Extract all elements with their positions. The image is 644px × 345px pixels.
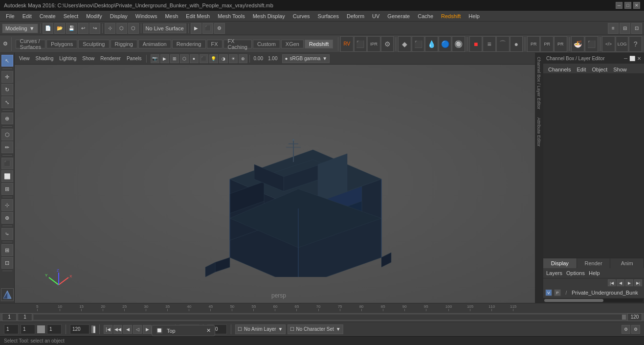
lasso-tool-button[interactable]: ⬡ (1, 129, 13, 140)
rotate-tool-button[interactable]: ↻ (1, 84, 13, 95)
shelf-icon-obj1[interactable]: 🍜 (571, 36, 584, 52)
shelf-tab-sculpting[interactable]: Sculpting (78, 40, 109, 48)
shelf-icon-code[interactable]: </> (602, 36, 615, 52)
menu-modify[interactable]: Modify (82, 12, 106, 20)
go-start-button[interactable]: |◀ (104, 325, 112, 334)
vi-anim[interactable]: ▶ (160, 54, 169, 63)
open-file-button[interactable]: 📂 (54, 23, 65, 34)
show-menu[interactable]: Show (80, 55, 97, 62)
anim-tab[interactable]: Anim (610, 258, 644, 268)
channel-box-button[interactable]: ≡ (608, 23, 619, 34)
menu-deform[interactable]: Deform (343, 12, 368, 20)
shelf-icon-ipr[interactable]: IPR (367, 36, 380, 52)
new-file-button[interactable]: 📄 (43, 23, 53, 34)
menu-help[interactable]: Help (465, 12, 484, 20)
menu-windows[interactable]: Windows (132, 12, 161, 20)
redo-button[interactable]: ↪ (89, 23, 100, 34)
vi-grid[interactable]: ⊞ (170, 54, 179, 63)
move-tool-button[interactable]: ✛ (1, 71, 13, 83)
menu-mesh[interactable]: Mesh (161, 12, 182, 20)
help-menu-rp[interactable]: Help (589, 270, 600, 276)
menu-mesh-display[interactable]: Mesh Display (249, 12, 289, 20)
right-panel-close-icon[interactable]: ✕ (637, 56, 641, 61)
scrollbar-thumb[interactable] (544, 299, 603, 302)
menu-mesh-tools[interactable]: Mesh Tools (214, 12, 248, 20)
right-panel-float-icon[interactable]: ⬜ (629, 56, 635, 61)
shelf-tab-curves[interactable]: Curves / Surfaces (16, 40, 45, 48)
minimize-button[interactable]: ─ (616, 2, 622, 9)
universal-manip-button[interactable]: ⊕ (1, 113, 13, 124)
menu-curves[interactable]: Curves (289, 12, 314, 20)
layer-next-button[interactable]: ▶ (625, 279, 633, 286)
range-handle[interactable]: ▐ (91, 325, 95, 333)
3d-scene[interactable]: persp X Y Z (15, 65, 543, 303)
shelf-tab-redshift[interactable]: Redshift (305, 40, 333, 48)
close-button[interactable]: ✕ (633, 2, 640, 9)
shelf-icon-mat4[interactable]: ● (510, 36, 523, 52)
vi-cam[interactable]: 📷 (151, 54, 159, 63)
shelf-icon-rv[interactable]: RV (340, 36, 354, 52)
shelf-tab-animation[interactable]: Animation (138, 40, 171, 48)
shelf-icon-poly3[interactable]: 💧 (425, 36, 438, 52)
vi-amb[interactable]: ☀ (229, 54, 238, 63)
layer-horizontal-scrollbar[interactable] (543, 298, 644, 303)
wireframe-button[interactable]: ⬜ (1, 170, 13, 182)
play-forward-button[interactable]: ▶ (143, 325, 152, 334)
shelf-tab-fx[interactable]: FX (207, 40, 222, 48)
timeline-handle[interactable] (622, 315, 626, 320)
shelf-tab-rigging[interactable]: Rigging (111, 40, 137, 48)
paint-select-button[interactable]: ✏ (1, 141, 13, 153)
select-button[interactable]: ⊹ (105, 23, 115, 34)
layer-name-label[interactable]: Private_Underground_Bunk (572, 290, 642, 296)
display-tab[interactable]: Display (543, 258, 577, 268)
frame-display-2[interactable]: 1 (21, 324, 35, 334)
frame-display-3[interactable]: 1 (47, 324, 62, 334)
char-set-dropdown[interactable]: ☐ No Character Set ▼ (288, 324, 343, 334)
attr-editor-button[interactable]: ⊟ (620, 23, 630, 34)
shelf-tab-fxcaching[interactable]: FX Caching (223, 40, 252, 48)
shelf-icon-pr2[interactable]: PR (540, 36, 554, 52)
current-frame-field[interactable]: 1 (18, 313, 32, 321)
camera-button[interactable]: ⊞ (1, 244, 13, 256)
maximize-button[interactable]: □ (624, 2, 631, 9)
shelf-icon-pr3[interactable]: PR (554, 36, 567, 52)
vi-light[interactable]: 💡 (209, 54, 218, 63)
show-menu[interactable]: Show (610, 66, 630, 73)
menu-uv[interactable]: UV (368, 12, 383, 20)
dialog-close-icon[interactable]: ✕ (206, 327, 211, 334)
menu-display[interactable]: Display (106, 12, 132, 20)
shading-menu[interactable]: Shading (33, 55, 56, 62)
menu-redshift[interactable]: Redshift (437, 12, 465, 20)
gamma-selector[interactable]: ● sRGB gamma ▼ (282, 54, 330, 63)
shelf-tab-custom[interactable]: Custom (253, 40, 280, 48)
menu-edit-mesh[interactable]: Edit Mesh (182, 12, 214, 20)
shelf-settings-icon[interactable]: ⚙ (2, 40, 9, 48)
frame-display-1[interactable]: 1 (4, 324, 19, 334)
layer-visibility-checkbox[interactable]: V (545, 289, 552, 296)
shelf-icon-pr1[interactable]: PR (527, 36, 540, 52)
render-view-button[interactable]: ▶ (191, 23, 201, 34)
object-menu[interactable]: Object (589, 66, 610, 73)
shelf-icon-obj2[interactable]: ⬛ (585, 36, 598, 52)
vi-smooth[interactable]: ● (190, 54, 199, 63)
edit-menu[interactable]: Edit (574, 66, 589, 73)
timeline-range[interactable] (33, 314, 626, 320)
snap-button[interactable]: ⊹ (1, 199, 13, 211)
timeline-playback-bar[interactable]: 1 1 120 (0, 312, 644, 322)
vi-outline[interactable]: ⊕ (239, 54, 247, 63)
lasso-button[interactable]: ⬡ (116, 23, 127, 34)
menu-create[interactable]: Create (36, 12, 60, 20)
layer-p-checkbox[interactable]: P (554, 289, 561, 296)
save-file-button[interactable]: 💾 (66, 23, 77, 34)
layer-prev-button[interactable]: ◀ (617, 279, 624, 286)
shelf-icon-log[interactable]: LOG (616, 36, 629, 52)
end-frame-field[interactable]: 120 (627, 313, 642, 321)
scale-tool-button[interactable]: ⤡ (1, 96, 13, 108)
play-back-button[interactable]: ◁ (133, 325, 142, 334)
lighting-menu[interactable]: Lighting (57, 55, 79, 62)
xray-button[interactable] (1, 288, 14, 301)
panel-tab-channel-box[interactable]: Channel Box / Layer Editor (535, 53, 542, 114)
shelf-icon-poly2[interactable]: ⬛ (412, 36, 425, 52)
shelf-icon-mat[interactable]: ■ (469, 36, 483, 52)
isolate-button[interactable]: ⊡ (1, 257, 13, 269)
